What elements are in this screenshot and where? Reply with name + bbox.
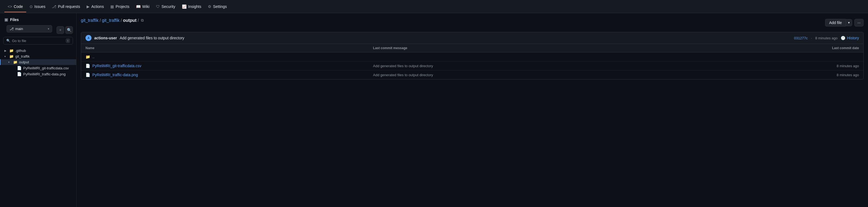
file-name-csv[interactable]: 📄 PyReliMRI_git-trafficdata.csv xyxy=(86,64,373,68)
pull-requests-icon: ⎇ xyxy=(52,4,56,9)
file-table-header: Name Last commit message Last commit dat… xyxy=(81,44,863,53)
col-header-date: Last commit date xyxy=(804,46,859,50)
goto-file-left: 🔍 Go to file xyxy=(6,39,26,43)
file-name-png[interactable]: 📄 PyReliMRI_traffic-data.png xyxy=(86,72,373,77)
tree-item-git-traffik[interactable]: ▾ 📁 git_traffik xyxy=(0,54,76,59)
nav-item-wiki[interactable]: 📖 Wiki xyxy=(133,1,153,12)
breadcrumb-sep-3: / xyxy=(138,18,139,23)
nav-item-projects[interactable]: ▦ Projects xyxy=(107,1,133,12)
tree-item-output[interactable]: ▾ 📁 output xyxy=(0,59,76,65)
code-icon: <> xyxy=(8,4,12,9)
branch-name: main xyxy=(15,27,23,31)
settings-icon: ⚙ xyxy=(208,4,211,9)
table-row: 📁 .. xyxy=(81,53,863,61)
tree-label-png: PyReliMRI_traffic-data.png xyxy=(23,72,66,76)
col-header-commit: Last commit message xyxy=(373,46,804,50)
file-icon: 📄 xyxy=(86,72,90,77)
new-file-button[interactable]: ＋ xyxy=(57,26,64,34)
file-table: Name Last commit message Last commit dat… xyxy=(81,44,864,80)
nav-label-wiki: Wiki xyxy=(142,4,149,9)
table-row: 📄 PyReliMRI_traffic-data.png Add generat… xyxy=(81,70,863,79)
add-file-button-group: Add file ▾ xyxy=(825,19,852,27)
plus-icon: ＋ xyxy=(58,28,62,32)
tree-item-github[interactable]: ▶ 📁 .github xyxy=(0,48,76,54)
file-date-png: 8 minutes ago xyxy=(804,73,859,77)
nav-label-security: Security xyxy=(161,4,175,9)
commit-hash[interactable]: 031277c xyxy=(794,36,808,40)
add-file-button[interactable]: Add file xyxy=(825,19,846,27)
content-top-row: git_traffik / git_traffik / output / ⧉ A… xyxy=(81,18,864,28)
copy-path-button[interactable]: ⧉ xyxy=(140,18,145,23)
breadcrumb-sep-1: / xyxy=(100,18,101,23)
nav-label-actions: Actions xyxy=(91,4,104,9)
actions-icon: ▶ xyxy=(87,4,90,9)
folder-icon: 📁 xyxy=(86,55,90,59)
commit-time: · xyxy=(811,36,812,40)
tree-label-output: output xyxy=(19,60,29,64)
goto-kbd: t xyxy=(66,38,70,43)
breadcrumb-link-folder[interactable]: git_traffik xyxy=(102,18,120,23)
search-icon: 🔍 xyxy=(67,28,71,32)
nav-label-pull-requests: Pull requests xyxy=(58,4,80,9)
nav-item-issues[interactable]: ⊙ Issues xyxy=(26,1,49,12)
sidebar-title: Files xyxy=(10,18,19,22)
file-date-csv: 8 minutes ago xyxy=(804,64,859,68)
nav-label-projects: Projects xyxy=(116,4,129,9)
file-name-parent[interactable]: 📁 .. xyxy=(86,55,373,59)
top-nav: <> Code ⊙ Issues ⎇ Pull requests ▶ Actio… xyxy=(0,0,868,13)
nav-item-settings[interactable]: ⚙ Settings xyxy=(205,1,230,12)
breadcrumb-sep-2: / xyxy=(121,18,122,23)
branch-icon: ⎇ xyxy=(9,27,14,31)
chevron-icon: ▾ xyxy=(4,55,8,58)
nav-item-insights[interactable]: 📈 Insights xyxy=(179,1,205,12)
file-label-parent: .. xyxy=(92,55,94,59)
tree-item-csv[interactable]: ▶ 📄 PyReliMRI_git-trafficdata.csv xyxy=(0,65,76,71)
nav-item-security[interactable]: 🛡 Security xyxy=(153,1,179,12)
commit-author[interactable]: actions-user xyxy=(94,36,117,40)
sidebar: ▣ Files ⎇ main ▾ ＋ 🔍 🔍 Go to file xyxy=(0,13,76,207)
nav-item-pull-requests[interactable]: ⎇ Pull requests xyxy=(49,1,83,12)
goto-file-label: Go to file xyxy=(12,39,26,43)
nav-label-settings: Settings xyxy=(213,4,227,9)
issues-icon: ⊙ xyxy=(30,4,33,9)
history-button[interactable]: 🕐 History xyxy=(841,36,859,40)
file-commit-msg-png: Add generated files to output directory xyxy=(373,73,804,77)
chevron-icon: ▾ xyxy=(8,61,11,64)
tree-item-png[interactable]: ▶ 📄 PyReliMRI_traffic-data.png xyxy=(0,71,76,77)
history-label: History xyxy=(847,36,859,40)
folder-icon: 📁 xyxy=(13,60,18,64)
wiki-icon: 📖 xyxy=(136,4,141,9)
file-label-csv: PyReliMRI_git-trafficdata.csv xyxy=(92,64,141,68)
nav-label-code: Code xyxy=(14,4,23,9)
commit-message: Add generated files to output directory xyxy=(120,36,184,40)
clock-icon: 🕐 xyxy=(841,36,845,40)
branch-selector-left: ⎇ main xyxy=(9,27,23,31)
security-icon: 🛡 xyxy=(156,4,160,9)
nav-label-issues: Issues xyxy=(34,4,45,9)
add-file-caret-button[interactable]: ▾ xyxy=(846,19,852,26)
table-row: 📄 PyReliMRI_git-trafficdata.csv Add gene… xyxy=(81,61,863,70)
nav-item-code[interactable]: <> Code xyxy=(4,1,26,12)
chevron-down-icon: ▾ xyxy=(48,27,49,30)
breadcrumb-current: output xyxy=(123,18,136,23)
file-commit-msg-csv: Add generated files to output directory xyxy=(373,64,804,68)
commit-bar: A actions-user Add generated files to ou… xyxy=(81,32,864,44)
goto-file-input[interactable]: 🔍 Go to file t xyxy=(3,37,73,45)
nav-label-insights: Insights xyxy=(188,4,201,9)
more-options-button[interactable]: ··· xyxy=(854,19,864,27)
projects-icon: ▦ xyxy=(110,4,114,9)
file-icon: 📄 xyxy=(17,72,22,76)
breadcrumb: git_traffik / git_traffik / output / ⧉ xyxy=(81,18,145,23)
panel-icon: ▣ xyxy=(4,18,8,22)
search-small-icon: 🔍 xyxy=(6,39,10,42)
content-area: git_traffik / git_traffik / output / ⧉ A… xyxy=(76,13,868,207)
insights-icon: 📈 xyxy=(182,4,187,9)
commit-bar-left: A actions-user Add generated files to ou… xyxy=(86,35,184,41)
breadcrumb-link-repo[interactable]: git_traffik xyxy=(81,18,99,23)
branch-selector[interactable]: ⎇ main ▾ xyxy=(6,25,52,32)
tree-label-github: .github xyxy=(15,49,26,53)
folder-icon: 📁 xyxy=(9,54,14,58)
search-button[interactable]: 🔍 xyxy=(65,26,73,34)
tree-label-csv: PyReliMRI_git-trafficdata.csv xyxy=(23,66,69,70)
nav-item-actions[interactable]: ▶ Actions xyxy=(83,1,107,12)
